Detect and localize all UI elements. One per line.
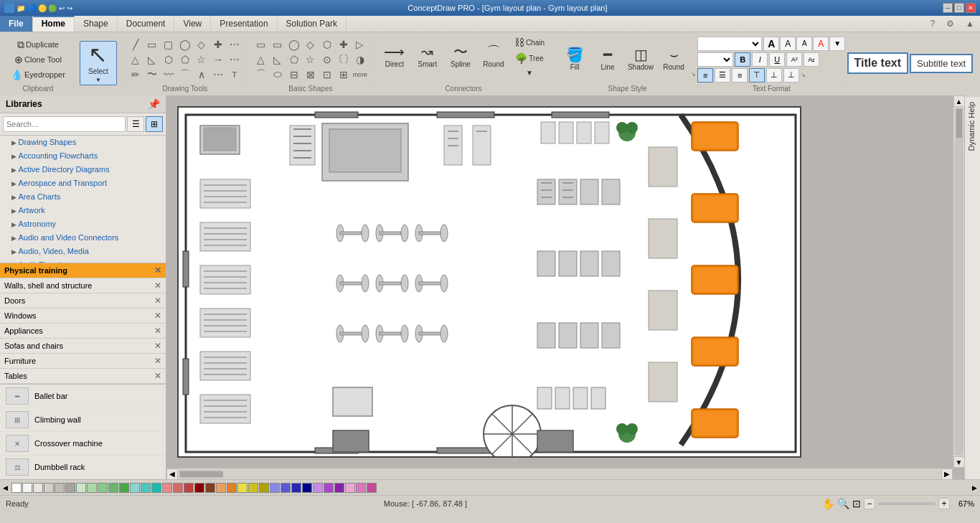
align-right-btn[interactable]: ≡ xyxy=(732,68,748,83)
direct-btn[interactable]: ⟶ Direct xyxy=(379,35,410,77)
tree-btn[interactable]: 🌳 Tree xyxy=(511,51,548,65)
scroll-right-btn[interactable]: ▶ xyxy=(941,468,953,480)
close-appliances-lib[interactable]: ✕ xyxy=(154,326,161,336)
valign-bot-btn[interactable]: ⊥ xyxy=(783,68,799,83)
active-lib-doors[interactable]: Doors ✕ xyxy=(0,293,166,308)
close-physical-lib[interactable]: ✕ xyxy=(154,265,161,275)
bs14[interactable]: ◑ xyxy=(352,52,368,67)
swatch-orange1[interactable] xyxy=(216,483,226,493)
bs6[interactable]: ✚ xyxy=(336,37,352,52)
bezier-tool[interactable]: 〜 xyxy=(144,67,160,82)
swatch-purple1[interactable] xyxy=(313,483,323,493)
active-lib-physical[interactable]: Physical training ✕ xyxy=(0,263,166,278)
bs7[interactable]: ▷ xyxy=(352,37,368,52)
duplicate-btn[interactable]: ⧉ Duplicate xyxy=(7,37,69,52)
swatch-yellow2[interactable] xyxy=(248,483,258,493)
close-doors-lib[interactable]: ✕ xyxy=(154,296,161,306)
text-format-expand[interactable]: ↘ xyxy=(801,72,806,78)
title-text-box[interactable]: Title text xyxy=(847,52,909,74)
color-next-btn[interactable]: ▶ xyxy=(972,484,977,491)
close-windows-lib[interactable]: ✕ xyxy=(154,311,161,321)
lib-artwork[interactable]: Artwork xyxy=(0,204,166,217)
tab-shape[interactable]: Shape xyxy=(75,16,118,32)
swatch-navy[interactable] xyxy=(302,483,312,493)
active-lib-furniture[interactable]: Furniture ✕ xyxy=(0,354,166,369)
bs18[interactable]: ⊠ xyxy=(303,67,319,82)
bs5[interactable]: ⬡ xyxy=(319,37,335,52)
text-tool[interactable]: T xyxy=(227,67,242,82)
swatch-brown[interactable] xyxy=(205,483,215,493)
star-tool[interactable]: ☆ xyxy=(194,52,209,67)
h-scrollbar[interactable]: ◀ ▶ xyxy=(166,468,953,479)
close-btn[interactable]: ✕ xyxy=(966,3,976,13)
bs10[interactable]: ⬠ xyxy=(286,52,302,67)
tab-solutionpark[interactable]: Solution Park xyxy=(278,16,347,32)
swatch-lightgray2[interactable] xyxy=(33,483,43,493)
swatch-blue1[interactable] xyxy=(270,483,280,493)
tab-file[interactable]: File xyxy=(0,16,33,32)
more3-tool[interactable]: ⋯ xyxy=(210,67,226,82)
align-left-btn[interactable]: ≡ xyxy=(697,68,713,83)
italic-btn[interactable]: I xyxy=(752,52,768,67)
bs-more[interactable]: more xyxy=(352,67,368,82)
cross-tool[interactable]: ✚ xyxy=(210,37,226,52)
valign-mid-btn[interactable]: ⊥ xyxy=(766,68,782,83)
color-prev-btn[interactable]: ◀ xyxy=(3,484,8,491)
active-lib-walls[interactable]: Walls, shell and structure ✕ xyxy=(0,278,166,293)
swatch-green3[interactable] xyxy=(98,483,108,493)
swatch-green5[interactable] xyxy=(119,483,129,493)
v-scroll-track[interactable] xyxy=(956,108,963,455)
underline-btn[interactable]: U xyxy=(769,52,785,67)
v-scroll-thumb[interactable] xyxy=(956,109,962,138)
eyedropper-btn[interactable]: 💧 Eyedropper xyxy=(7,67,69,82)
spline-btn[interactable]: 〜 Spline xyxy=(445,35,476,77)
subtitle-text-box[interactable]: Subtitle text xyxy=(910,54,973,73)
ellipse-tool[interactable]: ◯ xyxy=(177,37,193,52)
pencil-tool[interactable]: ✏ xyxy=(128,67,143,82)
freehand-tool[interactable]: 〰 xyxy=(161,67,176,82)
smart-btn[interactable]: ↝ Smart xyxy=(412,35,443,77)
line-tool[interactable]: ╱ xyxy=(128,37,143,52)
close-tables-lib[interactable]: ✕ xyxy=(154,371,161,381)
swatch-darkgray[interactable] xyxy=(65,483,75,493)
zoom-in-btn[interactable]: + xyxy=(938,498,950,509)
shape-crossover[interactable]: ✕ Crossover machine xyxy=(0,432,166,456)
swatch-lightgray1[interactable] xyxy=(22,483,32,493)
zoom-100-btn[interactable]: ⊡ xyxy=(852,498,861,509)
bs15[interactable]: ⌒ xyxy=(253,67,269,82)
swatch-yellow1[interactable] xyxy=(237,483,248,493)
font-size-small-btn[interactable]: A xyxy=(796,37,812,51)
shape-climbing-wall[interactable]: ⊞ Climbing wall xyxy=(0,408,166,432)
swatch-teal1[interactable] xyxy=(130,483,140,493)
tab-home[interactable]: Home xyxy=(33,16,75,32)
pentagon-tool[interactable]: ⬠ xyxy=(177,52,193,67)
bs2[interactable]: ▭ xyxy=(270,37,286,52)
lib-accounting[interactable]: Accounting Flowcharts xyxy=(0,149,166,163)
drawing-canvas[interactable] xyxy=(177,106,801,458)
select-btn[interactable]: ↖ Select ▼ xyxy=(80,41,117,85)
round-btn[interactable]: ⌒ Round xyxy=(478,35,509,77)
zoom-out-btn[interactable]: − xyxy=(864,498,875,509)
shape-ballet-bar[interactable]: ━ Ballet bar xyxy=(0,385,166,408)
zoom-slider[interactable] xyxy=(878,502,936,505)
font-color-btn[interactable]: A xyxy=(813,37,829,51)
ribbon-settings-icon[interactable]: ⚙ xyxy=(941,16,960,32)
bs11[interactable]: ☆ xyxy=(303,52,319,67)
swatch-lightgray3[interactable] xyxy=(44,483,54,493)
arc-tool[interactable]: ⌒ xyxy=(177,67,193,82)
bs3[interactable]: ◯ xyxy=(286,37,302,52)
swatch-gray[interactable] xyxy=(55,483,65,493)
tab-presentation[interactable]: Presentation xyxy=(211,16,277,32)
bs8[interactable]: △ xyxy=(253,52,269,67)
close-walls-lib[interactable]: ✕ xyxy=(154,281,161,291)
swatch-darkred[interactable] xyxy=(194,483,204,493)
active-lib-windows[interactable]: Windows ✕ xyxy=(0,308,166,324)
bold-btn[interactable]: B xyxy=(735,52,750,67)
active-lib-tables[interactable]: Tables ✕ xyxy=(0,369,166,384)
swatch-olive[interactable] xyxy=(259,483,269,493)
bs13[interactable]: 〔〕 xyxy=(336,52,352,67)
swatch-pink1[interactable] xyxy=(345,483,355,493)
lib-aerospace[interactable]: Aerospace and Transport xyxy=(0,176,166,190)
view-list-btn[interactable]: ☰ xyxy=(127,116,144,132)
shape-dumbbell[interactable]: ⚖ Dumbbell rack xyxy=(0,456,166,479)
